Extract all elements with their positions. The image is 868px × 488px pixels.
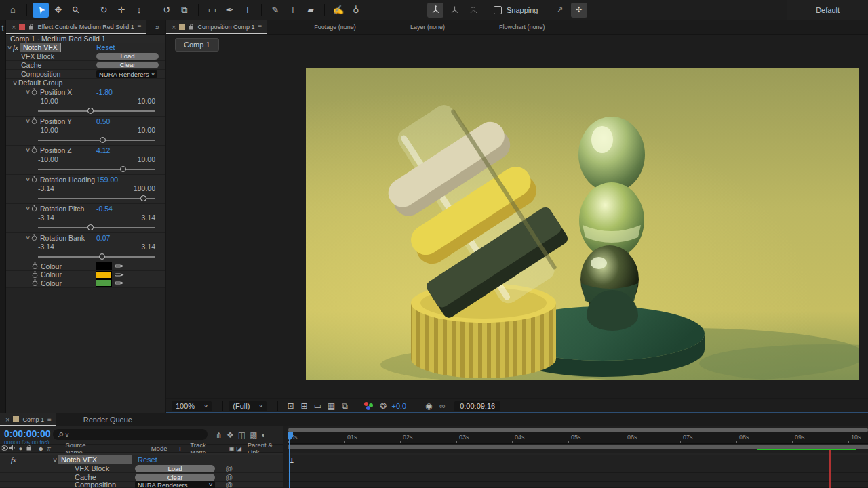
viewer-tab-footage[interactable]: Footage (none) <box>307 20 363 34</box>
current-timecode[interactable]: 0:00:00:00 <box>4 428 51 439</box>
parameter-slider[interactable] <box>6 222 165 233</box>
parameter-value[interactable]: 159.00 <box>96 176 118 184</box>
effect-name[interactable]: Notch VFX <box>20 43 60 52</box>
pan-behind-tool-icon[interactable]: ⧉ <box>176 3 193 18</box>
eraser-tool-icon[interactable]: ▰ <box>302 3 319 18</box>
draft-3d-icon[interactable]: ❖ <box>226 430 234 440</box>
parameter-slider[interactable] <box>6 251 165 262</box>
eyedropper-icon[interactable] <box>115 263 124 269</box>
puppet-pin-tool-icon[interactable]: ⚲ <box>348 3 364 18</box>
world-axis-icon[interactable] <box>446 3 462 18</box>
collapse-icon[interactable]: ∨ <box>23 205 33 211</box>
local-axis-icon[interactable] <box>427 3 443 18</box>
viewer-tab-layer[interactable]: Layer (none) <box>403 20 452 34</box>
home-tool-icon[interactable]: ⌂ <box>5 3 21 18</box>
slider-knob[interactable] <box>99 253 105 260</box>
lock-icon[interactable] <box>24 445 33 452</box>
index-column-label[interactable]: # <box>45 445 53 452</box>
snapshot-icon[interactable]: ◉ <box>422 401 435 411</box>
composition-tab[interactable]: × Composition Comp 1 ≡ <box>166 20 267 34</box>
pen-tool-icon[interactable]: ✒ <box>222 3 238 18</box>
zoom-tool-icon[interactable]: ⚲ <box>68 3 84 18</box>
parameter-value[interactable]: -0.54 <box>96 205 113 213</box>
collapse-icon[interactable]: ∨ <box>23 176 33 182</box>
stopwatch-icon[interactable] <box>32 279 38 287</box>
stopwatch-icon[interactable] <box>32 271 38 279</box>
slider-knob[interactable] <box>87 224 94 230</box>
view-axis-icon[interactable] <box>465 3 481 18</box>
colour-swatch[interactable] <box>96 263 111 269</box>
workspace-switcher[interactable]: Default <box>787 0 868 20</box>
channel-icon[interactable] <box>364 402 375 410</box>
slider-knob[interactable] <box>140 195 146 201</box>
parameter-slider[interactable] <box>6 192 165 204</box>
collapse-icon[interactable]: ∨ <box>10 80 20 86</box>
load-button[interactable]: Load <box>96 53 159 60</box>
clear-button[interactable]: Clear <box>135 474 215 481</box>
snapping-checkbox[interactable] <box>494 6 502 14</box>
close-tab-icon[interactable]: × <box>5 415 9 424</box>
slider-knob[interactable] <box>100 137 106 143</box>
show-snapshot-icon[interactable]: ∞ <box>435 401 449 411</box>
mode-column[interactable]: Mode <box>151 445 167 452</box>
exposure-value[interactable]: +0.0 <box>391 402 406 410</box>
clone-stamp-tool-icon[interactable]: ⊤ <box>285 3 301 18</box>
panel-menu-icon[interactable]: ≡ <box>258 23 261 30</box>
expand-ui-icon[interactable]: ✣ <box>571 3 587 18</box>
effect-row[interactable]: fx ∨ Notch VFX Reset <box>0 455 283 464</box>
panel-menu-icon[interactable]: ≡ <box>138 23 141 30</box>
effect-controls-tab[interactable]: × Effect Controls Medium Red Solid 1 ≡ <box>6 20 146 34</box>
collapse-icon[interactable]: ∨ <box>23 89 33 95</box>
roto-brush-tool-icon[interactable]: ✍ <box>330 3 347 18</box>
colour-swatch[interactable] <box>96 280 111 286</box>
slider-knob[interactable] <box>120 166 126 172</box>
timeline-comp-tab[interactable]: × Comp 1 ≡ <box>0 413 56 426</box>
collapse-icon[interactable]: ∨ <box>23 235 33 241</box>
eye-icon[interactable] <box>0 445 8 452</box>
parameter-value[interactable]: 4.12 <box>96 146 110 155</box>
motion-blur-icon[interactable]: ◐ <box>262 430 267 440</box>
collapse-icon[interactable]: ∨ <box>6 45 14 51</box>
grid-guides-icon[interactable]: ⊞ <box>297 401 311 411</box>
viewer-tab-flowchart[interactable]: Flowchart (none) <box>492 20 552 34</box>
collapse-icon[interactable]: ∨ <box>23 147 33 153</box>
collapse-icon[interactable]: ∨ <box>23 118 33 124</box>
parameter-value[interactable]: 0.07 <box>96 234 110 242</box>
slider-knob[interactable] <box>87 108 94 114</box>
pan-camera-tool-icon[interactable]: ✛ <box>113 3 130 18</box>
snapping-toggle[interactable]: Snapping <box>494 6 538 14</box>
mini-flowchart-icon[interactable]: ⋔ <box>216 430 222 440</box>
comp-breadcrumb-button[interactable]: Comp 1 <box>175 38 219 52</box>
type-tool-icon[interactable]: T <box>239 3 256 18</box>
frame-blend-icon[interactable]: ▩ <box>250 430 257 440</box>
rotation-tool-icon[interactable]: ↺ <box>159 3 175 18</box>
parameter-value[interactable]: 0.50 <box>96 117 110 125</box>
composition-dropdown[interactable]: NURA Renderers ∨ <box>96 70 157 78</box>
exposure-icon[interactable]: ❂ <box>376 401 390 411</box>
pick-whip-icon[interactable]: @ <box>226 465 233 472</box>
load-button[interactable]: Load <box>135 465 215 472</box>
selection-tool-icon[interactable]: ➤ <box>33 3 49 18</box>
preview-timecode[interactable]: 0:00:09:16 <box>454 401 500 411</box>
close-tab-icon[interactable]: × <box>12 23 16 31</box>
time-navigator-bar[interactable] <box>288 428 868 432</box>
collapse-icon[interactable]: ∨ <box>50 457 60 463</box>
region-of-interest-icon[interactable]: ▭ <box>311 401 324 411</box>
effect-name[interactable]: Notch VFX <box>58 455 132 464</box>
label-icon[interactable]: ◆ <box>37 445 45 452</box>
preserve-transparency-column[interactable]: T <box>178 445 182 452</box>
tab-overflow-icon[interactable]: » <box>150 20 165 34</box>
pick-whip-icon[interactable]: @ <box>226 474 233 481</box>
render-queue-tab[interactable]: Render Queue <box>77 413 139 426</box>
rectangle-tool-icon[interactable]: ▭ <box>204 3 220 18</box>
eyedropper-icon[interactable] <box>115 272 124 278</box>
shy-layers-icon[interactable]: ◫ <box>238 430 245 440</box>
solo-icon[interactable]: ● <box>16 445 24 452</box>
hand-tool-icon[interactable]: ✥ <box>50 3 66 18</box>
stopwatch-icon[interactable] <box>32 262 38 270</box>
default-group-row[interactable]: ∨ Default Group <box>6 79 165 87</box>
panel-menu-icon[interactable]: ≡ <box>47 415 51 423</box>
colour-swatch[interactable] <box>96 272 111 278</box>
collapsed-panel-strip[interactable]: t <box>0 20 6 413</box>
timeline-pane-divider[interactable] <box>283 426 288 488</box>
